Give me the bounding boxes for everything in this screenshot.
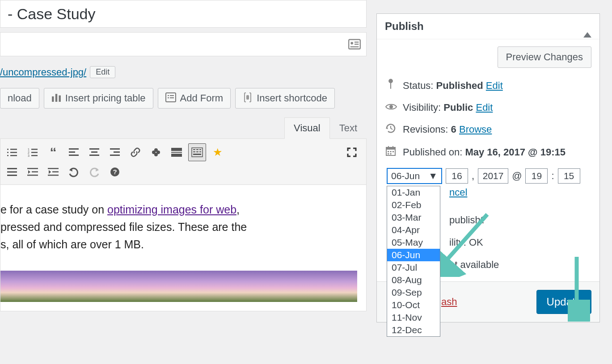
month-option[interactable]: 10-Oct: [387, 299, 440, 311]
month-option[interactable]: 09-Sep: [387, 286, 440, 299]
month-option[interactable]: 04-Apr: [387, 224, 440, 236]
svg-rect-50: [32, 172, 38, 173]
insert-shortcode-button[interactable]: Insert shortcode: [235, 88, 335, 109]
svg-rect-43: [196, 151, 198, 152]
month-option[interactable]: 05-May: [387, 236, 440, 249]
minute-input[interactable]: 15: [558, 168, 580, 184]
republish-text: publish?: [449, 214, 591, 226]
svg-rect-36: [171, 152, 182, 153]
align-right-icon[interactable]: [106, 143, 124, 161]
status-edit-link[interactable]: Edit: [486, 80, 503, 91]
svg-text:?: ?: [113, 168, 117, 176]
collapse-icon[interactable]: [583, 20, 591, 33]
hour-input[interactable]: 19: [525, 168, 548, 184]
insert-pricing-table-button[interactable]: Insert pricing table: [44, 88, 153, 109]
svg-rect-48: [7, 175, 17, 176]
revisions-browse-link[interactable]: Browse: [459, 124, 492, 135]
month-option[interactable]: 12-Dec: [387, 324, 440, 336]
redo-icon[interactable]: [85, 163, 103, 181]
svg-rect-64: [388, 151, 389, 152]
svg-rect-40: [196, 149, 198, 150]
month-option[interactable]: 02-Feb: [387, 199, 440, 211]
svg-point-59: [389, 105, 393, 109]
trash-link[interactable]: ash: [441, 296, 457, 307]
add-form-button[interactable]: Add Form: [158, 88, 231, 109]
svg-rect-12: [170, 97, 174, 98]
preview-changes-button[interactable]: Preview Changes: [498, 46, 591, 68]
permalink-edit-button[interactable]: Edit: [90, 66, 115, 78]
svg-rect-41: [199, 149, 201, 150]
indent-icon[interactable]: [44, 163, 62, 181]
secondary-title-box[interactable]: [0, 32, 367, 56]
svg-rect-65: [390, 151, 392, 152]
align-left-icon[interactable]: [65, 143, 83, 161]
blockquote-icon[interactable]: “: [44, 143, 62, 161]
align-center-icon[interactable]: [85, 143, 103, 161]
svg-text:1: 1: [28, 148, 30, 151]
svg-rect-16: [10, 155, 17, 156]
month-option[interactable]: 01-Jan: [387, 186, 440, 199]
svg-rect-45: [193, 154, 201, 155]
justify-icon[interactable]: [3, 163, 21, 181]
svg-rect-44: [199, 151, 201, 152]
svg-point-1: [350, 42, 353, 45]
svg-rect-6: [55, 94, 57, 102]
month-dropdown[interactable]: 01-Jan 02-Feb 03-Mar 04-Apr 05-May 06-Ju…: [387, 186, 440, 337]
numbered-list-icon[interactable]: 123: [24, 143, 42, 161]
outdent-icon[interactable]: [24, 163, 42, 181]
svg-rect-28: [69, 155, 79, 156]
svg-rect-31: [89, 155, 99, 156]
clover-icon[interactable]: [147, 143, 165, 161]
svg-rect-30: [91, 151, 97, 153]
shortcode-icon: [243, 92, 253, 105]
post-title-input[interactable]: - Case Study: [0, 0, 367, 28]
svg-rect-11: [168, 97, 169, 98]
svg-rect-7: [59, 96, 60, 102]
fullscreen-icon[interactable]: [343, 143, 361, 161]
svg-rect-9: [168, 95, 169, 96]
calendar-icon: [385, 146, 397, 159]
content-link[interactable]: optimizing images for web: [107, 203, 236, 216]
svg-rect-34: [110, 155, 120, 156]
star-icon[interactable]: ★: [209, 143, 227, 161]
svg-rect-54: [48, 175, 59, 176]
cancel-link[interactable]: ncel: [449, 187, 467, 198]
publish-metabox: Publish Preview Changes Status: Publishe…: [376, 13, 600, 322]
svg-rect-49: [27, 168, 38, 169]
month-select[interactable]: 06-Jun▼: [387, 168, 442, 184]
svg-rect-47: [7, 172, 17, 173]
permalink-link[interactable]: /uncompressed-jpg/: [0, 67, 86, 78]
load-button[interactable]: nload: [0, 88, 39, 109]
toolbar-toggle-icon[interactable]: [188, 143, 206, 161]
month-option[interactable]: 08-Aug: [387, 274, 440, 286]
day-input[interactable]: 16: [446, 168, 468, 184]
svg-rect-35: [171, 148, 182, 151]
update-button[interactable]: Update: [536, 290, 591, 314]
svg-rect-14: [10, 149, 17, 150]
read-more-icon[interactable]: [168, 143, 186, 161]
bullet-list-icon[interactable]: [3, 143, 21, 161]
help-icon[interactable]: ?: [106, 163, 124, 181]
visibility-edit-link[interactable]: Edit: [476, 102, 493, 113]
svg-rect-15: [10, 152, 17, 153]
svg-rect-66: [393, 151, 394, 152]
month-option[interactable]: 06-Jun: [387, 249, 440, 261]
link-icon[interactable]: [127, 143, 144, 161]
month-option[interactable]: 03-Mar: [387, 211, 440, 224]
svg-text:2: 2: [28, 151, 30, 154]
svg-rect-63: [393, 146, 393, 148]
svg-rect-3: [355, 44, 359, 45]
tab-visual[interactable]: Visual: [284, 117, 330, 139]
month-option[interactable]: 11-Nov: [387, 311, 440, 324]
year-input[interactable]: 2017: [478, 168, 508, 184]
svg-rect-68: [390, 153, 392, 155]
editor-content[interactable]: e for a case study on optimizing images …: [0, 185, 367, 311]
undo-icon[interactable]: [65, 163, 83, 181]
svg-rect-46: [7, 168, 17, 169]
tab-text[interactable]: Text: [330, 117, 367, 139]
svg-rect-51: [27, 175, 38, 176]
svg-rect-53: [52, 172, 59, 173]
svg-rect-21: [31, 152, 38, 153]
svg-rect-33: [114, 151, 120, 153]
month-option[interactable]: 07-Jul: [387, 261, 440, 274]
